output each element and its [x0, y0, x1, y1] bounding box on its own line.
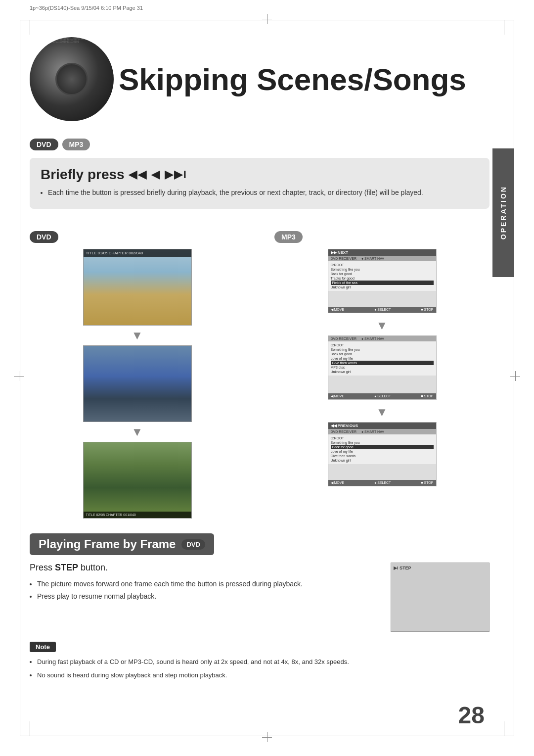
note-bullets: During fast playback of a CD or MP3-CD, … — [30, 657, 490, 681]
mp3-row: Back for good — [331, 352, 434, 356]
crosshair-top — [262, 14, 272, 24]
mp3-screens-wrapper: ▶▶ NEXT DVD RECEIVER ● SMART NAV C:ROOT … — [274, 249, 490, 489]
mp3-screen-2: DVD RECEIVER ● SMART NAV C:ROOT Somethin… — [328, 335, 437, 400]
corner-tick-bl — [30, 721, 30, 736]
playing-left: Press STEP button. The picture moves for… — [30, 563, 371, 604]
mp3-screen1-path: DVD RECEIVER ● SMART NAV — [328, 256, 436, 261]
mp3-row: MP3 disc — [331, 365, 434, 370]
binary-ring: 0101010101010101010101010011001010101010… — [30, 37, 114, 121]
playing-header-text: Playing Frame by Frame — [39, 537, 176, 551]
playing-bullet-2: Press play to resume normal playback. — [37, 591, 371, 602]
dvd-badge-screens: DVD — [30, 231, 58, 243]
mp3-screen-1: ▶▶ NEXT DVD RECEIVER ● SMART NAV C:ROOT … — [328, 249, 437, 313]
page-number: 28 — [458, 702, 485, 729]
mp3-screen1-footer: ◀ MOVE ● SELECT ■ STOP — [328, 307, 436, 313]
briefly-title: Briefly press ◀◀ ◀ ▶▶I — [41, 167, 479, 183]
mp3-column-header: MP3 — [274, 231, 490, 243]
crosshair-right — [510, 371, 520, 381]
dvd-screen-column: DVD TITLE 01/05 CHAPTER 002/040 ▼ ▼ TITL… — [30, 221, 245, 519]
mp3-footer-move: ◀ MOVE — [331, 308, 345, 312]
mp3-screen2-footer: ◀ MOVE ● SELECT ■ STOP — [328, 393, 436, 399]
step-screen: ▶I STEP — [391, 563, 490, 632]
dvd-screen3-overlay: TITLE 02/05 CHAPTER 001/040 — [84, 512, 191, 518]
playing-section: Playing Frame by Frame DVD Press STEP bu… — [30, 533, 490, 681]
mp3-row: C:ROOT — [331, 263, 434, 267]
mp3-row: Give then words — [331, 454, 434, 458]
briefly-bullets: Each time the button is pressed briefly … — [41, 188, 479, 198]
briefly-section: Briefly press ◀◀ ◀ ▶▶I Each time the but… — [30, 158, 490, 209]
press-step-text: Press STEP button. — [30, 563, 371, 573]
mp3-row: Love of my life — [331, 449, 434, 454]
mp3-footer-stop: ■ STOP — [421, 394, 433, 398]
mp3-footer-move: ◀ MOVE — [331, 394, 345, 398]
playing-content: Press STEP button. The picture moves for… — [30, 563, 490, 632]
dvd-screen-1: TITLE 01/05 CHAPTER 002/040 — [83, 249, 192, 326]
skip-arrows-icon: ◀◀ ◀ ▶▶I — [129, 168, 187, 181]
mp3-footer-select: ● SELECT — [374, 308, 391, 312]
step-word: STEP — [55, 563, 78, 572]
crosshair-left — [14, 371, 24, 381]
mp3-row: Something like you — [331, 440, 434, 445]
mp3-screen1-body: C:ROOT Something like you Back for good … — [328, 261, 436, 291]
dvd-arrow-1: ▼ — [132, 330, 143, 341]
note-badge: Note — [30, 642, 56, 652]
playing-dvd-badge: DVD — [181, 539, 205, 550]
dvd-screen-3: TITLE 02/05 CHAPTER 001/040 — [83, 442, 192, 519]
playing-bullets: The picture moves forward one frame each… — [30, 579, 371, 602]
mp3-row: C:ROOT — [331, 343, 434, 347]
operation-label: OPERATION — [499, 186, 507, 239]
dvd-column-header: DVD — [30, 231, 245, 243]
operation-sidebar: OPERATION — [492, 148, 514, 277]
mp3-screen3-header: ◀◀ PREVIOUS — [328, 423, 436, 429]
mp3-screen3-path: DVD RECEIVER ● SMART NAV — [328, 429, 436, 434]
dvd-screen-2 — [83, 345, 192, 422]
header-section: 0101010101010101010101010011001010101010… — [30, 30, 490, 129]
logo-circle: 0101010101010101010101010011001010101010… — [30, 37, 114, 121]
mp3-row: Something like you — [331, 267, 434, 272]
page-title: Skipping Scenes/Songs — [104, 62, 466, 97]
dvd-screens-wrapper: TITLE 01/05 CHAPTER 002/040 ▼ ▼ TITLE 02… — [30, 249, 245, 519]
note-section: Note During fast playback of a CD or MP3… — [30, 642, 490, 681]
step-screen-label: ▶I STEP — [394, 566, 411, 570]
playing-right: ▶I STEP — [391, 563, 490, 632]
mp3-footer-stop: ■ STOP — [421, 481, 433, 485]
print-header: 1p~36p(DS140)-Sea 9/15/04 6:10 PM Page 3… — [30, 5, 143, 11]
mp3-screen2-path: DVD RECEIVER ● SMART NAV — [328, 336, 436, 341]
screens-section: DVD TITLE 01/05 CHAPTER 002/040 ▼ ▼ TITL… — [30, 221, 490, 519]
playing-bullet-1: The picture moves forward one frame each… — [37, 579, 371, 589]
mp3-row-highlighted: Back for good — [331, 445, 434, 449]
mp3-footer-select: ● SELECT — [374, 394, 391, 398]
briefly-bullet-1: Each time the button is pressed briefly … — [48, 188, 479, 198]
mp3-footer-move: ◀ MOVE — [331, 481, 345, 485]
dvd-arrow-2: ▼ — [132, 426, 143, 438]
mp3-row: Back for good — [331, 272, 434, 276]
mp3-screen3-body: C:ROOT Something like you Back for good … — [328, 434, 436, 464]
mp3-row: Unknown girl — [331, 458, 434, 463]
playing-header: Playing Frame by Frame DVD — [30, 533, 214, 555]
briefly-label: Briefly press — [41, 167, 125, 183]
mp3-row: Love of my life — [331, 356, 434, 361]
mp3-screen1-header: ▶▶ NEXT — [328, 249, 436, 256]
mp3-footer-stop: ■ STOP — [421, 308, 433, 312]
mp3-row: C:ROOT — [331, 436, 434, 440]
main-content: 0101010101010101010101010011001010101010… — [30, 30, 490, 684]
mp3-footer-select: ● SELECT — [374, 481, 391, 485]
step-suffix: button. — [78, 563, 108, 572]
mp3-badge-screens: MP3 — [274, 231, 303, 243]
badge-row: DVD MP3 — [30, 139, 490, 150]
badge-dvd: DVD — [30, 139, 58, 150]
mp3-screen-3: ◀◀ PREVIOUS DVD RECEIVER ● SMART NAV C:R… — [328, 422, 437, 486]
mp3-row-highlighted: Fields of the sea — [331, 281, 434, 285]
mp3-row-highlighted: Give then words — [331, 361, 434, 365]
mp3-row: Unknown girl — [331, 285, 434, 289]
crosshair-bottom — [262, 732, 272, 742]
dvd-screen1-overlay: TITLE 01/05 CHAPTER 002/040 — [84, 249, 191, 257]
badge-mp3: MP3 — [62, 139, 90, 150]
mp3-screen2-body: C:ROOT Something like you Back for good … — [328, 341, 436, 376]
mp3-row: Something like you — [331, 347, 434, 352]
corner-tick-tr — [504, 20, 504, 35]
note-bullet-2: No sound is heard during slow playback a… — [37, 670, 490, 681]
mp3-row: Unknown girl — [331, 370, 434, 374]
corner-tick-br — [504, 721, 504, 736]
mp3-row: Tracks for good — [331, 276, 434, 281]
